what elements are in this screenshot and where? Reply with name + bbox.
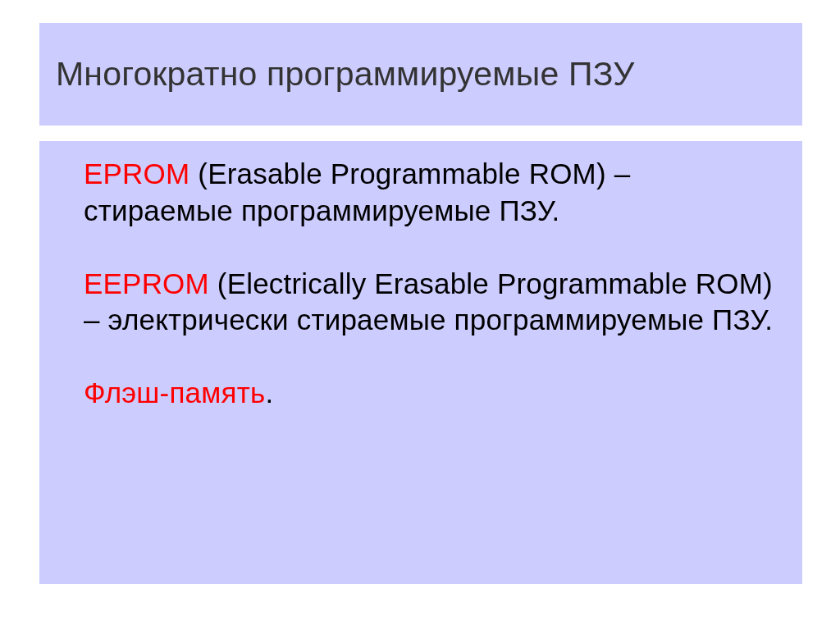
list-item: EEPROM (Electrically Erasable Programmab… <box>84 266 779 340</box>
term-description: . <box>265 377 273 409</box>
list-item: Флэш-память. <box>84 375 779 412</box>
slide: Многократно программируемые ПЗУ EPROM (E… <box>0 0 840 630</box>
slide-title: Многократно программируемые ПЗУ <box>39 55 634 94</box>
term-highlight: Флэш-память <box>84 377 265 409</box>
term-highlight: EEPROM <box>84 267 209 299</box>
list-item: EPROM (Erasable Programmable ROM) – стир… <box>84 156 779 230</box>
term-highlight: EPROM <box>84 158 189 189</box>
body-panel: EPROM (Erasable Programmable ROM) – стир… <box>39 141 802 584</box>
title-panel: Многократно программируемые ПЗУ <box>39 23 802 126</box>
